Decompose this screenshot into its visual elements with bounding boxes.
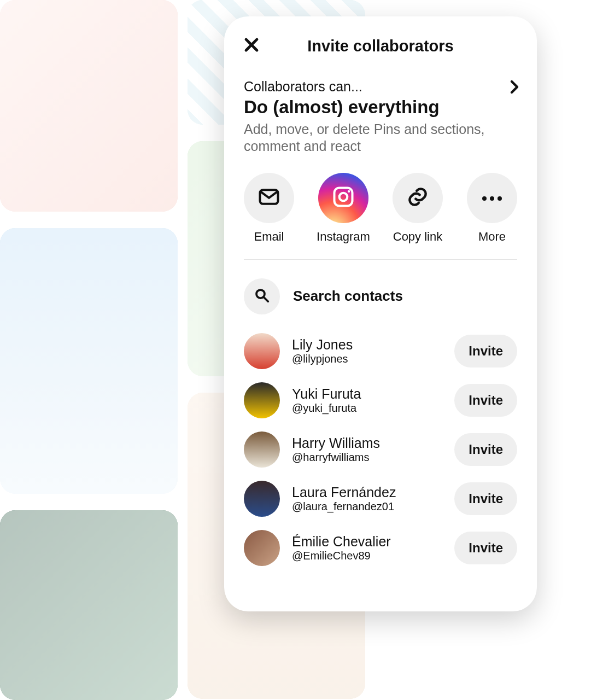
contact-name: Émilie Chevalier [292, 534, 442, 550]
share-label: Copy link [393, 230, 442, 244]
contact-row: Laura Fernández @laura_fernandez01 Invit… [244, 474, 517, 523]
email-icon [257, 185, 281, 211]
search-contacts-input[interactable]: Search contacts [224, 260, 537, 326]
search-placeholder: Search contacts [293, 288, 403, 305]
contact-handle: @lilypjones [292, 353, 442, 365]
invite-button[interactable]: Invite [454, 482, 517, 515]
share-label: More [478, 230, 506, 244]
more-icon [481, 193, 504, 203]
permission-title: Do (almost) everything [244, 97, 517, 118]
svg-point-5 [348, 190, 350, 192]
pin-card [0, 510, 178, 700]
modal-title: Invite collaborators [307, 37, 454, 55]
contact-row: Yuki Furuta @yuki_furuta Invite [244, 376, 517, 425]
avatar [244, 431, 280, 468]
search-icon [254, 287, 270, 306]
invite-button[interactable]: Invite [454, 384, 517, 417]
contact-name: Yuki Furuta [292, 386, 442, 402]
share-email-button[interactable]: Email [233, 173, 305, 244]
invite-button[interactable]: Invite [454, 433, 517, 466]
share-label: Instagram [317, 230, 370, 244]
svg-point-4 [340, 192, 348, 201]
share-copy-link-button[interactable]: Copy link [382, 173, 454, 244]
permission-section[interactable]: Collaborators can... Do (almost) everyth… [224, 75, 537, 171]
close-button[interactable] [239, 34, 264, 58]
close-icon [242, 36, 261, 56]
avatar [244, 530, 280, 566]
share-more-button[interactable]: More [456, 173, 528, 244]
contact-handle: @EmilieChev89 [292, 550, 442, 562]
avatar [244, 382, 280, 418]
link-icon [406, 185, 430, 211]
contact-handle: @harryfwilliams [292, 451, 442, 464]
chevron-right-icon [506, 79, 523, 95]
contact-handle: @yuki_furuta [292, 402, 442, 415]
share-label: Email [254, 230, 284, 244]
invite-button[interactable]: Invite [454, 335, 517, 368]
contact-name: Lily Jones [292, 337, 442, 353]
invite-collaborators-modal: Invite collaborators Collaborators can..… [224, 16, 537, 611]
invite-button[interactable]: Invite [454, 532, 517, 564]
contact-row: Lily Jones @lilypjones Invite [244, 326, 517, 376]
avatar [244, 481, 280, 517]
svg-line-7 [264, 297, 268, 301]
contact-row: Émilie Chevalier @EmilieChev89 Invite [244, 523, 517, 573]
pin-card [0, 0, 178, 212]
share-options-row: Email Instagram [224, 171, 537, 259]
contact-handle: @laura_fernandez01 [292, 500, 442, 513]
avatar [244, 333, 280, 369]
contact-name: Harry Williams [292, 435, 442, 451]
contact-name: Laura Fernández [292, 485, 442, 500]
contacts-list: Lily Jones @lilypjones Invite Yuki Furut… [224, 326, 537, 573]
instagram-icon [331, 185, 355, 211]
permission-caption: Collaborators can... [244, 79, 517, 95]
pin-card [0, 228, 178, 494]
contact-row: Harry Williams @harryfwilliams Invite [244, 425, 517, 474]
permission-description: Add, move, or delete Pins and sections, … [244, 121, 517, 155]
share-instagram-button[interactable]: Instagram [307, 173, 379, 244]
modal-header: Invite collaborators [224, 16, 537, 75]
